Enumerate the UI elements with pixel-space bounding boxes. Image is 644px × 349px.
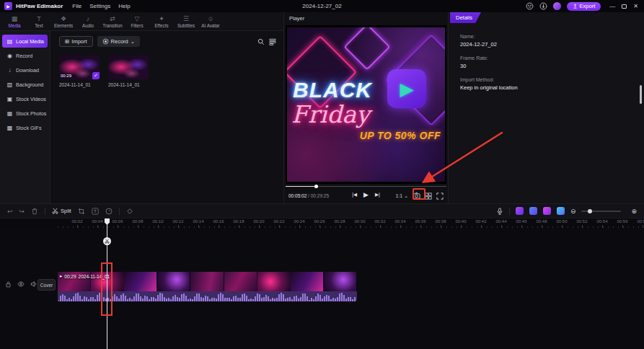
previous-frame-button[interactable]: |◀ <box>352 192 357 198</box>
sidebar-item[interactable]: ◉ Record <box>2 49 48 62</box>
record-button[interactable]: Record ⌄ <box>97 36 140 47</box>
menu-item[interactable]: File <box>72 3 81 9</box>
transport-controls: |◀ ▶ ▶| <box>352 191 379 198</box>
track-mute-speaker-icon[interactable] <box>30 280 38 288</box>
media-item[interactable]: 2024-11-14_01 <box>108 56 149 87</box>
ribbon-tab[interactable]: ▦ Media <box>2 15 27 28</box>
split-button[interactable]: Split <box>52 208 71 214</box>
marker-icon[interactable] <box>529 207 537 215</box>
media-thumbnail[interactable]: 00:29 ✓ <box>59 56 100 79</box>
ai-speech-icon[interactable] <box>516 207 524 215</box>
ruler-tick: 00:44 <box>482 218 502 229</box>
ribbon-tab[interactable]: ▽ Filters <box>125 15 149 28</box>
sidebar-item[interactable]: ▦ Stock Photos <box>2 107 48 120</box>
menu-item[interactable]: Help <box>118 3 130 9</box>
ribbon-tab[interactable]: ❖ Elements <box>51 15 76 28</box>
magnet-snap-icon[interactable] <box>557 207 565 215</box>
zoom-in-icon[interactable]: ⊕ <box>631 208 637 215</box>
next-frame-button[interactable]: ▶| <box>375 192 380 198</box>
player-panel: Player BLACK Friday ▶ UP TO 50% OFF 00:0… <box>283 12 449 203</box>
media-item-list: 00:29 ✓ 2024-11-14_01 2024-11-14_01 <box>50 50 283 87</box>
keyframe-icon[interactable] <box>126 208 133 215</box>
close-button[interactable]: ✕ <box>633 3 638 9</box>
timeline-toolbar: ↩ ↪ Split <box>0 203 644 218</box>
play-button[interactable]: ▶ <box>363 191 369 198</box>
ruler-tick: 00:30 <box>340 218 361 229</box>
ribbon-tab-label: Subtitles <box>177 23 195 28</box>
feedback-icon[interactable] <box>526 2 534 10</box>
export-button[interactable]: Export <box>567 2 601 11</box>
playback-progress-bar[interactable] <box>286 185 446 189</box>
media-item-name: 2024-11-14_01 <box>59 82 100 87</box>
snapshot-icon[interactable] <box>413 192 420 200</box>
maximize-button[interactable] <box>622 4 627 9</box>
zoom-level-select[interactable]: 1:1 ⌄ <box>395 193 408 199</box>
track-lock-icon[interactable] <box>5 281 12 288</box>
ribbon-tab-icon: ▦ <box>12 15 18 22</box>
zoom-slider-handle[interactable] <box>588 209 592 213</box>
video-preview[interactable]: BLACK Friday ▶ UP TO 50% OFF <box>286 25 446 184</box>
player-controls: 00:05:02 / 00:29:25 |◀ ▶ ▶| 1:1 ⌄ <box>284 190 448 202</box>
preview-promo-text: UP TO 50% OFF <box>360 130 441 141</box>
update-download-icon[interactable] <box>539 2 547 10</box>
track-visibility-eye-icon[interactable] <box>17 280 25 288</box>
ruler-tick: 00:28 <box>320 218 340 229</box>
speed-icon[interactable] <box>105 208 113 215</box>
ribbon-tab-label: Media <box>8 23 20 28</box>
split-screen-icon[interactable] <box>425 193 432 200</box>
chevron-down-icon: ⌄ <box>131 38 135 45</box>
video-clip[interactable]: ▸ 00:29 2024-11-14_01 <box>58 272 357 301</box>
preview-text-friday: Friday <box>291 100 370 128</box>
text-style-icon[interactable] <box>92 208 99 215</box>
sidebar-item[interactable]: ▧ Background <box>2 78 48 91</box>
ribbon-tab[interactable]: T Text <box>27 15 51 28</box>
ribbon-tab[interactable]: ☺ AI Avatar <box>198 15 223 28</box>
media-thumbnail[interactable] <box>108 56 149 79</box>
sidebar-item-icon: ↓ <box>6 67 13 74</box>
minimize-button[interactable]: — <box>609 3 615 9</box>
scrollbar-thumb[interactable] <box>640 85 642 104</box>
import-button[interactable]: ⊞ Import <box>59 36 93 47</box>
sidebar-item[interactable]: ▣ Stock Videos <box>2 92 48 105</box>
search-icon[interactable] <box>257 38 265 45</box>
ribbon-tab[interactable]: ♪ Audio <box>76 15 100 28</box>
fullscreen-icon[interactable] <box>436 193 444 200</box>
user-avatar[interactable] <box>553 2 561 10</box>
ribbon-tab[interactable]: ⇄ Transition <box>100 15 125 28</box>
link-clips-icon[interactable] <box>543 207 551 215</box>
sidebar-item-icon: ▦ <box>6 110 13 117</box>
ruler-tick: 00:34 <box>381 218 401 229</box>
ribbon-tab[interactable]: ☰ Subtitles <box>174 15 198 28</box>
sort-view-icon[interactable] <box>269 38 276 45</box>
menu-item[interactable]: Settings <box>89 3 110 9</box>
clip-frame-thumbnail <box>157 272 190 291</box>
details-field-label: Name: <box>460 34 644 39</box>
sidebar-item[interactable]: ▩ Stock GIFs <box>2 121 48 134</box>
crop-icon[interactable] <box>78 208 85 215</box>
sidebar-item-label: Stock GIFs <box>16 125 42 131</box>
zoom-out-icon[interactable]: ⊖ <box>570 208 576 215</box>
titlebar-actions: Export — ✕ <box>526 2 644 11</box>
timeline-zoom-slider[interactable] <box>581 211 621 212</box>
sidebar-item-icon: ▤ <box>6 38 13 45</box>
playhead-handle[interactable] <box>105 218 110 225</box>
ribbon-tab[interactable]: ✦ Effects <box>149 15 174 28</box>
progress-handle[interactable] <box>314 185 318 188</box>
voiceover-mic-icon[interactable] <box>496 208 503 215</box>
clip-frame-thumbnail <box>124 272 157 291</box>
ruler-tick: 00:02 <box>58 218 78 229</box>
undo-icon[interactable]: ↩ <box>7 208 13 215</box>
playhead[interactable] <box>104 218 110 349</box>
playhead-scissors-icon[interactable] <box>103 237 111 245</box>
ribbon-tab-label: Audio <box>82 23 94 28</box>
redo-icon[interactable]: ↪ <box>19 208 25 215</box>
sidebar-item[interactable]: ↓ Download <box>2 63 48 76</box>
cover-button[interactable]: Cover <box>38 279 56 291</box>
chevron-down-icon: ⌄ <box>404 193 408 199</box>
media-item[interactable]: 00:29 ✓ 2024-11-14_01 <box>59 56 100 87</box>
ruler-tick: 00:32 <box>361 218 381 229</box>
timeline-ruler[interactable]: 00:02 00:04 00:06 00:08 00:10 00:12 00:1… <box>58 218 644 229</box>
sidebar-item[interactable]: ▤ Local Media <box>2 35 48 48</box>
ruler-tick: 00:08 <box>118 218 138 229</box>
delete-icon[interactable] <box>31 208 38 215</box>
